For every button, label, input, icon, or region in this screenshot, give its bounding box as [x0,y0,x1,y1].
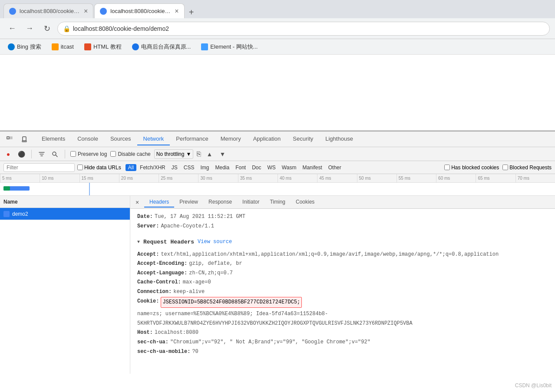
cache-control-val: max-age=0 [183,278,211,287]
hide-data-urls-input[interactable] [77,165,83,170]
bing-icon [8,43,15,50]
resp-tab-headers[interactable]: Headers [144,197,174,208]
close-detail-button[interactable]: × [134,199,141,206]
blocked-requests-check[interactable]: Blocked Requests [502,165,552,171]
tab-performance[interactable]: Performance [170,133,214,145]
resp-tab-initiator[interactable]: Initiator [237,197,264,208]
html-label: HTML 教程 [93,43,122,51]
preserve-log-checkbox[interactable]: Preserve log [70,151,107,157]
devtools-icons [3,133,30,145]
accept-language-val: zh-CN,zh;q=0.7 [189,269,233,278]
resp-tab-cookies[interactable]: Cookies [291,197,320,208]
timeline-ruler: 5 ms 10 ms 15 ms 20 ms 25 ms 30 ms 35 ms… [0,174,555,183]
accept-key: Accept: [137,250,159,260]
bookmarks-bar: Bing 搜索 itcast HTML 教程 电商后台高保真原... Eleme… [0,39,555,55]
cookie-rest: name=zs; username=%E5%BC%A0%E4%B8%89; Id… [137,310,548,328]
timeline-bars [0,183,555,196]
tab-security[interactable]: Security [287,133,319,145]
sec-ch-ua-mobile-row: sec-ch-ua-mobile: ?0 [137,347,548,357]
hide-data-urls-check[interactable]: Hide data URLs [77,165,121,171]
request-headers-label: Request Headers [143,237,194,247]
request-headers-section[interactable]: ▼ Request Headers View source [137,234,548,250]
accept-encoding-key: Accept-Encoding: [137,259,187,269]
has-blocked-cookies-input[interactable] [444,165,450,170]
filter-img[interactable]: Img [198,164,211,171]
bookmark-element[interactable]: Element - 网站快... [198,42,260,52]
bookmark-ecom[interactable]: 电商后台高保真原... [129,42,194,52]
device-toolbar-icon[interactable] [18,133,30,145]
filter-fetch-xhr[interactable]: Fetch/XHR [137,164,168,171]
forward-button[interactable]: → [23,22,36,36]
accept-row: Accept: text/html,application/xhtml+xml,… [137,250,548,260]
bookmark-html[interactable]: HTML 教程 [82,42,124,52]
filter-font[interactable]: Font [233,164,248,171]
tab-console[interactable]: Console [71,133,104,145]
bookmark-itcast[interactable]: itcast [49,43,76,51]
ruler-60ms: 60 ms [436,174,476,182]
throttling-select[interactable]: No throttling ▼ [154,149,194,159]
tab-application[interactable]: Application [247,133,287,145]
has-blocked-cookies-label: Has blocked cookies [451,165,499,171]
filter-ws[interactable]: WS [265,164,278,171]
search-icon[interactable] [50,149,59,159]
resp-tab-response[interactable]: Response [203,197,237,208]
resp-tab-preview[interactable]: Preview [174,197,203,208]
filter-all[interactable]: All [126,164,136,171]
resp-tab-timing[interactable]: Timing [264,197,291,208]
tab-lighthouse[interactable]: Lighthouse [319,133,359,145]
host-val: localhost:8080 [155,328,198,338]
filter-doc[interactable]: Doc [249,164,264,171]
cookie-row: Cookie: JSESSIONID=5B8C524F0BD885BF277CD… [137,297,548,329]
date-row: Date: Tue, 17 Aug 2021 11:52:21 GMT [137,212,548,222]
inspect-element-icon[interactable] [3,133,16,145]
filter-media[interactable]: Media [212,164,232,171]
browser-tab-2[interactable]: localhost:8080/cookie-demo/d × [94,3,184,18]
ruler-5ms: 5 ms [0,174,40,182]
tab-network[interactable]: Network [137,133,170,145]
filter-input[interactable] [3,163,75,172]
accept-encoding-row: Accept-Encoding: gzip, deflate, br [137,259,548,269]
new-tab-button[interactable]: + [185,6,198,18]
section-triangle: ▼ [137,238,140,246]
tab-memory[interactable]: Memory [215,133,247,145]
clear-button[interactable]: ⚫ [17,149,26,159]
record-button[interactable]: ● [3,149,13,159]
tab-close-1[interactable]: × [84,7,88,15]
browser-tab-1[interactable]: localhost:8080/cookie-demo/d × [3,3,93,18]
ruler-10ms: 10 ms [40,174,79,182]
disable-cache-label: Disable cache [118,151,150,157]
left-panel: Name demo2 [0,196,130,374]
tab-close-2[interactable]: × [175,7,178,15]
import-icon[interactable]: ▲ [205,149,214,159]
html-icon [84,43,91,50]
watermark: CSDN @Lis0bit [515,382,552,389]
wifi-icon: ⎘ [197,150,201,158]
has-blocked-cookies-check[interactable]: Has blocked cookies [444,165,499,171]
svg-rect-1 [10,137,12,139]
filter-wasm[interactable]: Wasm [279,164,299,171]
bookmark-bing[interactable]: Bing 搜索 [5,42,44,52]
preserve-log-input[interactable] [70,151,76,157]
itcast-icon [52,43,59,50]
disable-cache-checkbox[interactable]: Disable cache [110,151,150,157]
request-item-demo2[interactable]: demo2 [0,208,130,220]
tab-favicon-1 [9,8,16,15]
url-box[interactable]: 🔒 localhost:8080/cookie-demo/demo2 [57,22,550,36]
filter-icon[interactable] [37,149,46,159]
ruler-30ms: 30 ms [198,174,238,182]
accept-val: text/html,application/xhtml+xml,applicat… [161,250,499,260]
disable-cache-input[interactable] [110,151,116,157]
view-source-link[interactable]: View source [198,237,232,247]
back-button[interactable]: ← [5,22,19,36]
filter-js[interactable]: JS [169,164,180,171]
element-label: Element - 网站快... [210,43,258,51]
tab-elements[interactable]: Elements [36,133,71,145]
reload-button[interactable]: ↻ [40,22,54,36]
connection-val: keep-alive [173,287,205,297]
blocked-requests-input[interactable] [502,165,508,170]
filter-css[interactable]: CSS [181,164,197,171]
filter-manifest[interactable]: Manifest [300,164,324,171]
tab-sources[interactable]: Sources [104,133,137,145]
filter-other[interactable]: Other [326,164,344,171]
export-icon[interactable]: ▼ [218,149,227,159]
